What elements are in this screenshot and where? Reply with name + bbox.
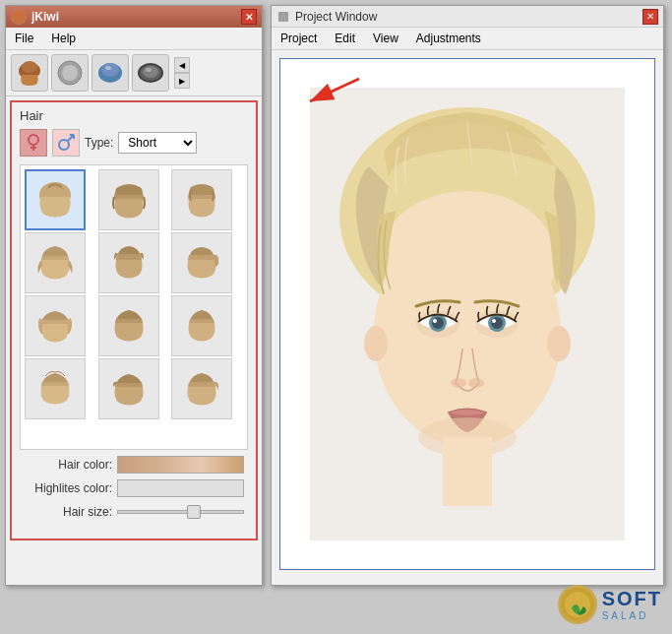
svg-point-2: [22, 61, 37, 73]
hair-size-row: Hair size:: [24, 503, 244, 521]
hair-controls: Type: Short Medium Long Curly Straight: [20, 129, 248, 157]
svg-point-45: [433, 319, 437, 323]
svg-point-39: [364, 326, 388, 361]
jkiwi-titlebar: jKiwi ✕: [6, 6, 262, 28]
hair-item-7[interactable]: [25, 295, 86, 356]
svg-point-12: [29, 135, 38, 145]
face-illustration: [310, 88, 625, 540]
toolbar-hair-icon[interactable]: [11, 54, 48, 92]
svg-point-0: [12, 10, 26, 24]
hair-item-10[interactable]: [25, 358, 86, 419]
svg-point-44: [432, 317, 444, 329]
gender-female-btn[interactable]: [20, 129, 47, 157]
hair-size-slider-track: [117, 510, 244, 514]
hair-item-1[interactable]: [25, 169, 86, 230]
project-titlebar: Project Window ✕: [272, 6, 663, 28]
watermark-logo: [558, 585, 597, 624]
toolbar-prev-btn[interactable]: ◀: [174, 57, 190, 73]
hair-size-label: Hair size:: [24, 505, 112, 519]
type-label: Type:: [85, 136, 113, 150]
watermark-text-container: SOFT SALAD: [602, 588, 662, 621]
svg-rect-32: [278, 12, 288, 22]
menu-file[interactable]: File: [11, 30, 37, 47]
jkiwi-menubar: File Help: [6, 28, 262, 50]
hair-item-9[interactable]: [171, 295, 232, 356]
hair-size-slider-thumb[interactable]: [187, 505, 201, 519]
hair-item-12[interactable]: [171, 358, 232, 419]
svg-rect-52: [443, 437, 492, 506]
jkiwi-icon: [11, 9, 27, 25]
toolbar-blue-icon[interactable]: [92, 54, 129, 92]
watermark: SOFT SALAD: [558, 585, 662, 624]
watermark-sub-text: SALAD: [602, 610, 662, 621]
hair-grid-container[interactable]: [20, 164, 248, 450]
hair-item-11[interactable]: [98, 358, 159, 419]
project-close-button[interactable]: ✕: [642, 9, 658, 25]
project-icon: [276, 10, 290, 24]
menu-edit[interactable]: Edit: [331, 30, 359, 47]
jkiwi-close-button[interactable]: ✕: [241, 9, 257, 25]
project-canvas: [279, 58, 655, 570]
svg-point-40: [547, 326, 571, 361]
hair-grid: [21, 165, 247, 423]
svg-point-4: [62, 65, 78, 81]
hair-item-8[interactable]: [98, 295, 159, 356]
svg-line-34: [310, 79, 359, 101]
hair-item-3[interactable]: [171, 169, 232, 230]
menu-view[interactable]: View: [369, 30, 402, 47]
svg-point-38: [379, 191, 556, 329]
hair-item-5[interactable]: [98, 232, 159, 293]
bottom-controls: Hair color: Highlites color: Hair size:: [20, 450, 248, 533]
svg-point-7: [105, 66, 111, 70]
svg-point-11: [146, 68, 152, 72]
menu-project[interactable]: Project: [276, 30, 321, 47]
jkiwi-title: jKiwi: [31, 10, 59, 24]
watermark-main-text: SOFT: [602, 588, 662, 610]
toolbar-nav: ◀ ▶: [174, 57, 190, 89]
svg-point-15: [59, 140, 69, 150]
main-panel: Hair Type: Short Medium: [10, 100, 258, 540]
toolbar-next-btn[interactable]: ▶: [174, 73, 190, 89]
toolbar-compact-icon[interactable]: [132, 54, 169, 92]
hair-type-select[interactable]: Short Medium Long Curly Straight: [118, 132, 197, 154]
toolbar-round-icon[interactable]: [51, 54, 89, 92]
menu-adjustments[interactable]: Adjustments: [412, 30, 485, 47]
project-window: Project Window ✕ Project Edit View Adjus…: [271, 5, 664, 586]
gender-male-btn[interactable]: [52, 129, 80, 157]
hair-color-row: Hair color:: [24, 456, 244, 474]
project-title: Project Window: [295, 10, 377, 24]
svg-point-10: [143, 66, 158, 78]
highlights-color-bar[interactable]: [117, 479, 244, 497]
highlights-color-row: Highlites color:: [24, 479, 244, 497]
svg-point-47: [491, 317, 503, 329]
hair-item-2[interactable]: [98, 169, 159, 230]
hair-color-label: Hair color:: [24, 458, 112, 472]
hair-section-label: Hair: [20, 108, 248, 123]
svg-point-48: [492, 319, 496, 323]
svg-point-6: [101, 63, 119, 77]
menu-help[interactable]: Help: [47, 30, 80, 47]
svg-point-49: [451, 378, 466, 388]
hair-color-bar[interactable]: [117, 456, 244, 474]
toolbar: ◀ ▶: [6, 50, 262, 96]
hair-size-slider-container: [117, 503, 244, 521]
jkiwi-window: jKiwi ✕ File Help: [5, 5, 263, 586]
hair-item-4[interactable]: [25, 232, 86, 293]
hair-item-6[interactable]: [171, 232, 232, 293]
arrow-indicator: [295, 74, 364, 108]
svg-point-50: [468, 378, 484, 388]
project-menubar: Project Edit View Adjustments: [272, 28, 663, 50]
highlights-color-label: Highlites color:: [24, 481, 112, 495]
